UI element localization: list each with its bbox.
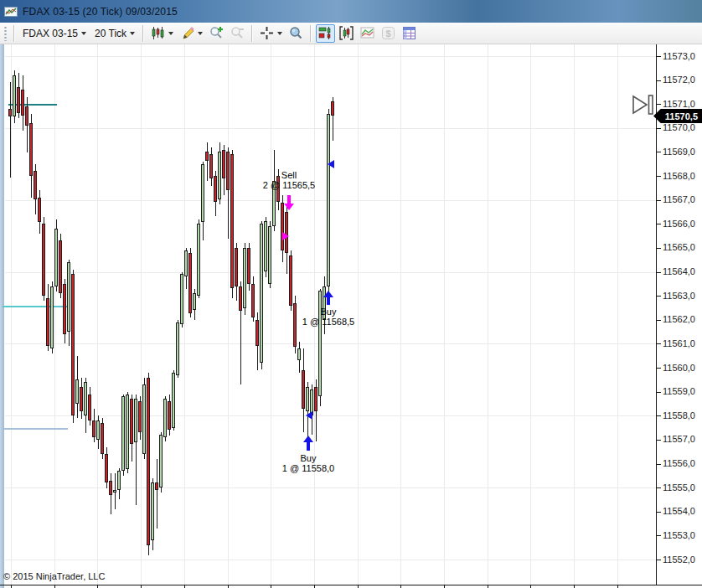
candle-body xyxy=(130,399,133,444)
price-axis-tick xyxy=(656,152,661,152)
interval-selector[interactable]: 20 Tick xyxy=(90,25,139,42)
zoom-out-button[interactable] xyxy=(228,24,247,43)
candle-body xyxy=(80,387,83,411)
candle-body xyxy=(297,348,301,360)
chevron-down-icon xyxy=(168,32,173,35)
axis-price-label: 11571,0 xyxy=(663,99,695,109)
chart-style-button[interactable] xyxy=(148,24,176,43)
chart-trader-icon xyxy=(339,26,354,40)
chart-panel-button[interactable] xyxy=(316,24,335,43)
price-axis-tick xyxy=(656,272,661,273)
chevron-down-icon xyxy=(130,32,135,35)
zoom-out-icon xyxy=(230,26,245,40)
axis-price-label: 11557,0 xyxy=(663,434,695,444)
price-axis-tick xyxy=(656,320,661,321)
candle-body xyxy=(205,152,209,161)
candle-body xyxy=(327,114,330,286)
candle-body xyxy=(260,224,263,363)
axis-price-label: 11559,0 xyxy=(663,386,695,396)
candle-body xyxy=(117,471,121,490)
magnify-region-button[interactable] xyxy=(286,24,306,43)
candle-body xyxy=(50,286,54,348)
toolbar-separator xyxy=(142,25,144,42)
price-axis-tick xyxy=(656,80,661,81)
horizontal-gridline xyxy=(5,128,656,129)
candle-wick xyxy=(10,82,11,178)
magnifier-icon xyxy=(289,26,303,40)
candle-body xyxy=(142,384,146,454)
candle-body xyxy=(101,423,104,454)
toolbar: FDAX 03-15 20 Tick xyxy=(0,23,702,44)
candle-body xyxy=(8,109,12,116)
candle-body xyxy=(247,248,250,284)
axis-price-label: 11552,0 xyxy=(663,554,695,565)
horizontal-gridline xyxy=(5,560,656,560)
vertical-gridline xyxy=(97,44,98,585)
candle-body xyxy=(293,303,297,347)
candle-body xyxy=(147,378,150,545)
window-titlebar[interactable]: FDAX 03-15 (20 Tick) 09/03/2015 xyxy=(0,0,702,23)
axis-price-label: 11554,0 xyxy=(663,506,695,516)
data-grid-button[interactable] xyxy=(400,24,419,43)
candle-body xyxy=(201,164,204,222)
price-axis-tick xyxy=(656,176,661,177)
chart-trader-button[interactable] xyxy=(337,24,356,43)
price-axis-tick xyxy=(656,392,661,393)
dollar-icon: $ xyxy=(381,26,395,40)
vertical-gridline xyxy=(400,44,401,585)
time-axis-line xyxy=(0,585,702,585)
axis-price-label: 11564,0 xyxy=(663,266,695,276)
axis-price-label: 11556,0 xyxy=(663,458,695,468)
vertical-gridline xyxy=(11,44,12,585)
price-axis-tick xyxy=(656,104,661,105)
axis-price-label: 11570,0 xyxy=(663,122,695,132)
toolbar-grip-icon[interactable] xyxy=(3,26,8,41)
chevron-down-icon xyxy=(81,32,86,35)
candle-body xyxy=(214,176,217,202)
vertical-gridline xyxy=(54,44,55,585)
cursor-mode-button[interactable] xyxy=(257,24,285,43)
zoom-in-button[interactable] xyxy=(207,24,226,43)
candle-body xyxy=(113,490,116,493)
sell-1-label: Sell2 @ 11565,5 xyxy=(263,170,315,190)
horizontal-gridline xyxy=(5,56,656,57)
chart-area[interactable]: Sell2 @ 11565,5Buy1 @ 11568,5Buy1 @ 1155… xyxy=(0,44,702,588)
toolbar-separator xyxy=(310,25,312,42)
toolbar-separator xyxy=(13,25,15,42)
candle-body xyxy=(29,123,33,176)
chevron-down-icon xyxy=(198,32,203,35)
axis-price-label: 11555,0 xyxy=(663,482,695,493)
candle-body xyxy=(302,370,305,409)
playback-icon[interactable] xyxy=(631,93,656,118)
candle-body xyxy=(188,253,192,313)
candle-body xyxy=(239,286,242,311)
candlestick-style-icon xyxy=(151,26,165,40)
crosshair-icon xyxy=(260,26,274,40)
candle-body xyxy=(268,226,271,284)
data-grid-icon xyxy=(402,26,416,40)
candle-body xyxy=(226,152,230,190)
drawing-tools-button[interactable] xyxy=(178,24,205,43)
price-axis-tick xyxy=(656,128,661,129)
horizontal-gridline xyxy=(5,415,656,416)
candle-body xyxy=(71,274,75,415)
candle-body xyxy=(222,150,225,178)
axis-price-label: 11561,0 xyxy=(663,338,695,348)
candle-body xyxy=(151,482,154,540)
axis-price-label: 11572,0 xyxy=(663,75,695,85)
candle-wick xyxy=(157,459,157,529)
axis-price-label: 11560,0 xyxy=(663,363,695,373)
candle-body xyxy=(38,198,41,222)
interval-label: 20 Tick xyxy=(95,28,126,39)
account-performance-button[interactable]: $ xyxy=(379,24,398,43)
candle-body xyxy=(46,298,49,346)
instrument-label: FDAX 03-15 xyxy=(23,28,78,39)
price-axis-tick xyxy=(656,368,661,369)
axis-price-label: 11558,0 xyxy=(663,410,695,420)
buy-2-label: Buy1 @ 11558,0 xyxy=(282,453,334,473)
last-price-value: 11570,5 xyxy=(665,111,698,121)
line-chart-icon xyxy=(360,26,374,40)
instrument-selector[interactable]: FDAX 03-15 xyxy=(18,25,90,42)
candle-body xyxy=(180,274,183,324)
indicator-panel-button[interactable] xyxy=(358,24,377,43)
